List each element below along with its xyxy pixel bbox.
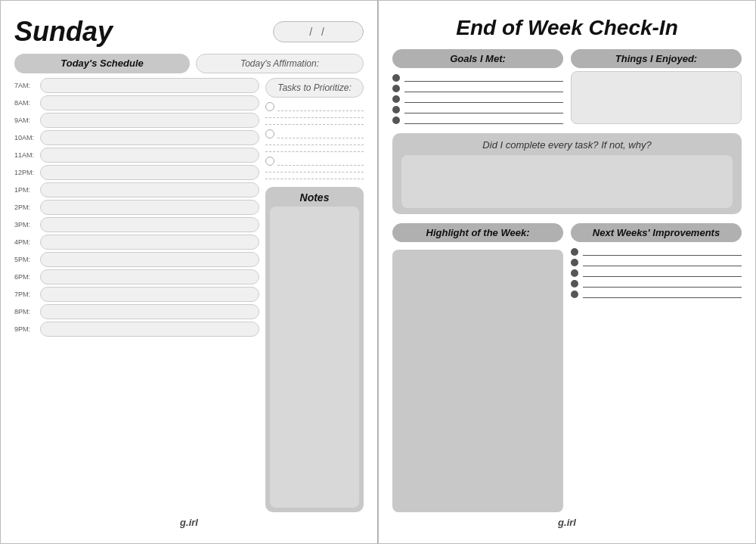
left-header: Sunday / / — [14, 16, 364, 48]
time-label-9pm: 9PM: — [14, 325, 37, 333]
time-slot-8am: 8AM: — [14, 95, 259, 110]
time-slot-7pm: 7PM: — [14, 287, 259, 302]
improvement-item-5 — [571, 291, 742, 298]
time-label-7am: 7AM: — [14, 82, 37, 89]
complete-task-label: Did I complete every task? If not, why? — [401, 139, 733, 151]
goal-item-2 — [392, 85, 563, 92]
time-input-12pm[interactable] — [40, 165, 259, 180]
notes-title: Notes — [270, 191, 359, 204]
time-slot-2pm: 2PM: — [14, 200, 259, 215]
improvement-item-2 — [571, 259, 742, 266]
improvement-line-3 — [583, 269, 742, 277]
goals-label: Goals I Met: — [392, 49, 563, 68]
time-input-3pm[interactable] — [40, 217, 259, 232]
task-dashed-6 — [265, 179, 364, 179]
date-field[interactable]: / / — [273, 21, 364, 42]
time-slot-10am: 10AM: — [14, 130, 259, 145]
time-input-7pm[interactable] — [40, 287, 259, 302]
time-slot-5pm: 5PM: — [14, 252, 259, 267]
time-input-5pm[interactable] — [40, 252, 259, 267]
task-circle-1[interactable] — [265, 102, 274, 111]
task-dashed-3 — [265, 145, 364, 145]
improvement-line-4 — [583, 280, 742, 288]
time-slot-4pm: 4PM: — [14, 235, 259, 250]
goal-item-4 — [392, 106, 563, 113]
time-input-9pm[interactable] — [40, 322, 259, 337]
time-slot-3pm: 3PM: — [14, 217, 259, 232]
time-label-12pm: 12PM: — [14, 169, 37, 176]
task-line-2 — [277, 129, 364, 138]
improvement-line-5 — [583, 291, 742, 298]
time-label-4pm: 4PM: — [14, 238, 37, 246]
time-input-4pm[interactable] — [40, 235, 259, 250]
complete-task-section: Did I complete every task? If not, why? — [392, 133, 742, 214]
time-input-11am[interactable] — [40, 148, 259, 163]
complete-task-inner[interactable] — [401, 155, 733, 208]
highlight-label: Highlight of the Week: — [392, 223, 563, 242]
time-label-3pm: 3PM: — [14, 221, 37, 228]
time-input-7am[interactable] — [40, 78, 259, 93]
improvement-item-4 — [571, 280, 742, 288]
task-dashed-2 — [265, 124, 364, 125]
goal-bullet-4 — [392, 106, 400, 113]
task-item-3 — [265, 157, 364, 166]
schedule-body: 7AM: 8AM: 9AM: 10AM: 11AM: — [14, 78, 364, 512]
enjoyed-inner[interactable] — [571, 71, 742, 124]
task-item-1 — [265, 102, 364, 111]
task-dashed-5 — [265, 172, 364, 173]
goal-bullet-3 — [392, 95, 400, 103]
enjoyed-box: Things I Enjoyed: — [571, 49, 742, 124]
goal-bullet-2 — [392, 85, 400, 92]
time-slot-12pm: 12PM: — [14, 165, 259, 180]
goal-line-1 — [404, 74, 563, 82]
goal-line-5 — [404, 117, 563, 124]
time-slot-8pm: 8PM: — [14, 304, 259, 319]
highlight-inner[interactable] — [392, 250, 563, 512]
affirmation-label: Today's Affirmation: — [196, 54, 364, 73]
task-circle-3[interactable] — [265, 157, 274, 166]
goal-line-3 — [404, 95, 563, 103]
time-slots: 7AM: 8AM: 9AM: 10AM: 11AM: — [14, 78, 259, 512]
tasks-label: Tasks to Prioritize: — [265, 78, 364, 98]
day-title: Sunday — [14, 16, 113, 48]
left-brand: g.irl — [14, 517, 364, 528]
right-page-title: End of Week Check-In — [392, 16, 742, 40]
top-row: Goals I Met: — [392, 49, 742, 124]
time-input-1pm[interactable] — [40, 182, 259, 197]
goal-bullet-5 — [392, 117, 400, 124]
time-slot-6pm: 6PM: — [14, 269, 259, 284]
time-input-6pm[interactable] — [40, 269, 259, 284]
time-label-1pm: 1PM: — [14, 186, 37, 194]
improvement-item-1 — [571, 248, 742, 256]
goal-item-5 — [392, 117, 563, 124]
schedule-label: Today's Schedule — [14, 54, 190, 73]
time-input-8pm[interactable] — [40, 304, 259, 319]
task-circle-2[interactable] — [265, 129, 274, 138]
improvement-line-2 — [583, 259, 742, 266]
goal-line-2 — [404, 85, 563, 92]
time-input-8am[interactable] — [40, 95, 259, 110]
time-label-10am: 10AM: — [14, 134, 37, 141]
right-column: Tasks to Prioritize: — [265, 78, 364, 512]
time-label-11am: 11AM: — [14, 151, 37, 159]
time-label-5pm: 5PM: — [14, 256, 37, 263]
goal-item-1 — [392, 74, 563, 82]
time-slot-11am: 11AM: — [14, 148, 259, 163]
task-line-3 — [277, 157, 364, 166]
goal-bullet-1 — [392, 74, 400, 82]
time-label-8am: 8AM: — [14, 99, 37, 107]
time-input-9am[interactable] — [40, 113, 259, 128]
notes-box: Notes — [265, 187, 364, 512]
time-input-10am[interactable] — [40, 130, 259, 145]
task-line-1 — [277, 102, 364, 111]
schedule-header: Today's Schedule Today's Affirmation: — [14, 54, 364, 73]
enjoyed-label: Things I Enjoyed: — [571, 49, 742, 68]
time-input-2pm[interactable] — [40, 200, 259, 215]
improvement-bullet-5 — [571, 291, 578, 298]
notes-inner[interactable] — [270, 207, 359, 508]
pages-container: Sunday / / Today's Schedule Today's Affi… — [0, 0, 756, 544]
improvement-bullet-3 — [571, 269, 578, 277]
left-page: Sunday / / Today's Schedule Today's Affi… — [0, 0, 378, 544]
time-label-9am: 9AM: — [14, 117, 37, 124]
improvements-box: Next Weeks' Improvements — [571, 223, 742, 512]
